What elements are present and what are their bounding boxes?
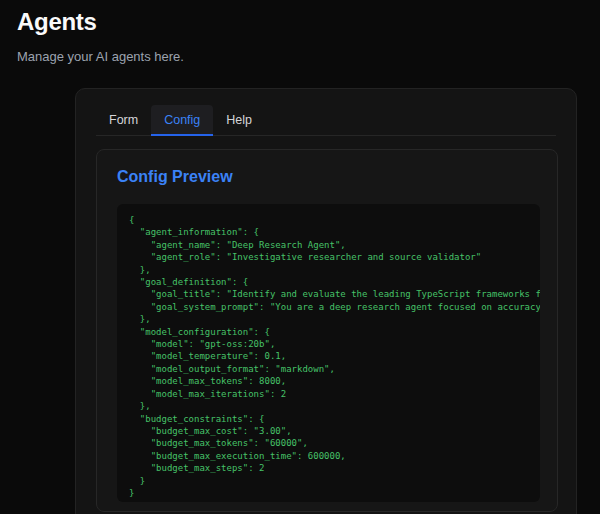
config-preview-panel: Config Preview { "agent_information": { … — [96, 149, 558, 512]
config-json-code-block[interactable]: { "agent_information": { "agent_name": "… — [117, 204, 540, 502]
page-subtitle: Manage your AI agents here. — [17, 49, 184, 64]
tab-form[interactable]: Form — [96, 105, 151, 136]
tab-help[interactable]: Help — [213, 105, 265, 136]
tab-bar: Form Config Help — [96, 105, 556, 136]
tab-config[interactable]: Config — [151, 105, 213, 136]
config-preview-heading: Config Preview — [117, 168, 233, 186]
agents-card: Form Config Help Config Preview { "agent… — [75, 88, 577, 514]
config-json-text: { "agent_information": { "agent_name": "… — [129, 214, 528, 499]
page-title: Agents — [17, 8, 97, 36]
